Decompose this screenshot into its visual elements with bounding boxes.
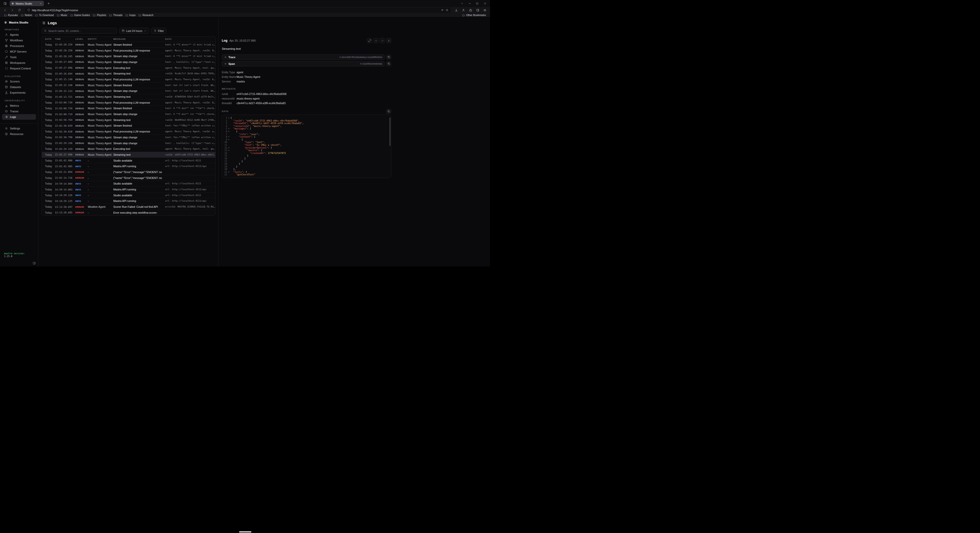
code-scrollbar-thumb[interactable] (390, 118, 390, 146)
sidebar-item-datasets[interactable]: Datasets (2, 84, 36, 90)
log-table-row[interactable]: Today 15:01:42.986 INFO - Studio availab… (42, 158, 215, 164)
fold-chevron-icon[interactable]: ▾ (227, 138, 231, 141)
tab-list-chevron-icon[interactable] (459, 1, 465, 6)
sidebar-item-agents[interactable]: Agents (2, 32, 36, 38)
extensions-icon[interactable] (468, 7, 474, 13)
fold-chevron-icon[interactable]: ▾ (227, 149, 231, 152)
account-icon[interactable] (460, 7, 466, 13)
sidebar-item-experiments[interactable]: Experiments (2, 90, 36, 95)
log-table-row[interactable]: Today 15:05:28.259 DEBUG Music Theory Ag… (42, 42, 215, 48)
log-table-row[interactable]: Today 15:05:28.245 DEBUG Music Theory Ag… (42, 53, 215, 59)
log-table-row[interactable]: Today 15:05:15.148 DEBUG Music Theory Ag… (42, 76, 215, 83)
new-tab-button[interactable] (45, 1, 52, 6)
previous-log-button[interactable] (373, 38, 379, 43)
sidebar-item-logs[interactable]: Logs (2, 114, 36, 120)
sidebar-item-settings[interactable]: Settings (2, 126, 36, 131)
log-table-row[interactable]: Today 15:03:00.719 DEBUG Music Theory Ag… (42, 111, 215, 117)
log-table-row[interactable]: Today 15:02:30.839 DEBUG Music Theory Ag… (42, 123, 215, 129)
log-table-row[interactable]: Today 15:02:27.990 DEBUG Music Theory Ag… (42, 152, 215, 158)
sidebar-item-processors[interactable]: Processors (2, 43, 36, 49)
log-table-row[interactable]: Today 13:13:28.695 ERROR - Error executi… (42, 210, 215, 215)
log-table-row[interactable]: Today 15:05:13.721 DEBUG Music Theory Ag… (42, 94, 215, 100)
sidebar-item-workspaces[interactable]: Workspaces (2, 60, 36, 65)
log-table-row[interactable]: Today 15:02:58.764 DEBUG Music Theory Ag… (42, 117, 215, 123)
log-table-row[interactable]: Today 15:03:00.739 DEBUG Music Theory Ag… (42, 106, 215, 111)
forward-button[interactable] (9, 7, 15, 13)
log-table-row[interactable]: Today 15:01:42.985 INFO - Mastra API run… (42, 163, 215, 169)
reload-button[interactable] (16, 7, 22, 13)
bookmark-item[interactable]: Threads (108, 14, 124, 17)
bookmark-item[interactable]: To Download (34, 14, 56, 17)
fold-chevron-icon[interactable]: ▾ (227, 146, 231, 150)
code-line: 20 ], (222, 168, 391, 171)
search-input[interactable] (48, 29, 115, 32)
sidebar-item-tools[interactable]: Tools (2, 54, 36, 60)
sidebar-item-mcp-servers[interactable]: MCP Servers (2, 49, 36, 54)
downloads-icon[interactable] (453, 7, 460, 13)
log-table-row[interactable]: Today 15:05:15.148 DEBUG Music Theory Ag… (42, 83, 215, 88)
close-panel-button[interactable] (386, 38, 391, 43)
fold-chevron-icon[interactable]: ▾ (227, 135, 231, 138)
bookmark-item[interactable]: Music (56, 14, 69, 17)
window-close-button[interactable] (482, 1, 488, 6)
sidebar-item-scorers[interactable]: Scorers (2, 79, 36, 84)
url-bar[interactable]: http://localhost:4111/logs?logId=rvzeno (25, 8, 451, 13)
log-table-row[interactable]: Today 14:14:29.125 INFO - Mastra API run… (42, 198, 215, 204)
time-range-select[interactable]: Last 24 hours (119, 28, 149, 34)
bookmark-item[interactable]: Notion (19, 14, 34, 17)
browser-tab[interactable]: Mastra Studio (10, 1, 44, 6)
sidebar-item-traces[interactable]: Traces (2, 108, 36, 114)
bookmark-item[interactable]: Ryosuke (3, 14, 19, 17)
log-table-row[interactable]: Today 15:02:30.790 DEBUG Music Theory Ag… (42, 135, 215, 140)
log-table-row[interactable]: Today 15:05:28.258 DEBUG Music Theory Ag… (42, 48, 215, 54)
app-logo[interactable]: Mastra Studio (0, 20, 38, 24)
tab-close-icon[interactable] (40, 2, 42, 5)
other-bookmarks[interactable]: Other Bookmarks (461, 14, 487, 17)
fold-chevron-icon[interactable]: ▾ (227, 127, 231, 130)
window-maximize-button[interactable] (474, 1, 480, 6)
log-table-row[interactable]: Today 14:59:14.084 INFO - Studio availab… (42, 181, 215, 187)
sidebar-item-request-context[interactable]: Request Context (2, 65, 36, 71)
filter-button[interactable]: Filter (151, 28, 166, 34)
log-table-row[interactable]: Today 14:14:29.126 INFO - Studio availab… (42, 193, 215, 198)
log-table-row[interactable]: Today 15:03:00.739 DEBUG Music Theory Ag… (42, 100, 215, 106)
reader-mode-icon[interactable] (441, 9, 444, 11)
span-link[interactable]: Span # 3320f5fe009d09de (222, 61, 385, 66)
copy-span-id-button[interactable] (386, 61, 391, 66)
cell-time: 15:05:15.148 (55, 84, 75, 86)
menu-icon[interactable] (482, 7, 488, 13)
log-table-row[interactable]: Today 15:02:29.336 DEBUG Music Theory Ag… (42, 140, 215, 146)
mastra-logo-icon (4, 21, 7, 24)
copy-data-button[interactable] (386, 109, 391, 114)
sidebar-collapse-icon[interactable] (33, 262, 36, 265)
log-table-row[interactable]: Today 15:05:27.099 DEBUG Music Theory Ag… (42, 59, 215, 65)
log-table-row[interactable]: Today 14:59:14.083 INFO - Mastra API run… (42, 186, 215, 193)
expand-panel-button[interactable] (367, 38, 372, 43)
log-table-row[interactable]: Today 15:05:15.133 DEBUG Music Theory Ag… (42, 88, 215, 94)
trace-link[interactable]: Trace # d24c85b7fb15da9a9a1c10ad9ffd4b54 (222, 54, 385, 60)
tab-manager-icon[interactable] (2, 1, 8, 6)
sidebar-item-resources[interactable]: Resources (2, 131, 36, 137)
copy-trace-id-button[interactable] (386, 55, 391, 60)
back-button[interactable] (2, 7, 8, 13)
bookmark-item[interactable]: Game Guides (69, 14, 92, 17)
bookmark-item[interactable]: Research (137, 14, 155, 17)
next-log-button[interactable] (380, 38, 385, 43)
bookmark-item[interactable]: Playlists (91, 14, 108, 17)
log-table-row[interactable]: Today 15:02:30.838 DEBUG Music Theory Ag… (42, 129, 215, 135)
fold-chevron-icon[interactable]: ▾ (227, 130, 231, 133)
bookmark-star-icon[interactable] (445, 9, 449, 11)
bookmark-item[interactable]: Inspo (124, 14, 137, 17)
sidebar-item-workflows[interactable]: Workflows (2, 38, 36, 43)
log-table-row[interactable]: Today 15:02:29.329 DEBUG Music Theory Ag… (42, 146, 215, 152)
fold-chevron-icon[interactable]: ▾ (227, 171, 231, 173)
log-table-row[interactable]: Today 15:01:14.716 ERROR - {"name":"Erro… (42, 175, 215, 181)
log-table-row[interactable]: Today 15:05:27.096 DEBUG Music Theory Ag… (42, 65, 215, 71)
log-table-row[interactable]: Today 13:13:28.697 ERROR Weather Agent S… (42, 204, 215, 210)
fold-chevron-icon[interactable]: ▾ (227, 117, 231, 119)
sidebar-toggle-icon[interactable] (475, 7, 481, 13)
window-minimize-button[interactable] (466, 1, 473, 6)
log-table-row[interactable]: Today 15:01:21.094 ERROR - {"name":"Erro… (42, 169, 215, 175)
log-table-row[interactable]: Today 15:05:26.694 DEBUG Music Theory Ag… (42, 71, 215, 76)
sidebar-item-metrics[interactable]: Metrics (2, 103, 36, 108)
